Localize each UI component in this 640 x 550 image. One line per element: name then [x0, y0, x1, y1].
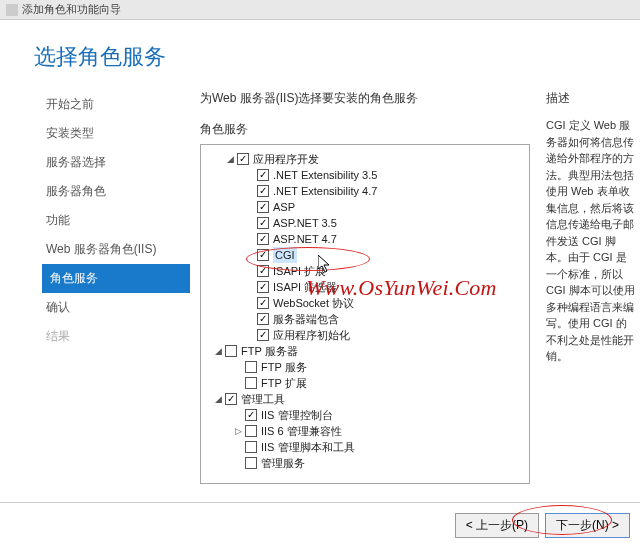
collapse-icon[interactable]: ◢	[213, 394, 223, 404]
tree-label[interactable]: ASP.NET 4.7	[273, 231, 337, 247]
expand-icon[interactable]: ▷	[233, 426, 243, 436]
desc-label: 描述	[546, 90, 636, 107]
tree-label[interactable]: FTP 服务器	[241, 343, 298, 359]
sidebar-item-role-services[interactable]: 角色服务	[42, 264, 190, 293]
checkbox-app-dev[interactable]	[237, 153, 249, 165]
checkbox-ftp-svc[interactable]	[245, 361, 257, 373]
sidebar-item-before[interactable]: 开始之前	[46, 90, 200, 119]
prev-button[interactable]: < 上一步(P)	[455, 513, 539, 538]
tree-label[interactable]: IIS 管理脚本和工具	[261, 439, 355, 455]
checkbox-iis-scripts[interactable]	[245, 441, 257, 453]
desc-body: CGI 定义 Web 服务器如何将信息传递给外部程序的方法。典型用法包括使用 W…	[546, 117, 636, 365]
tree-label[interactable]: IIS 管理控制台	[261, 407, 333, 423]
checkbox-net-ext-35[interactable]	[257, 169, 269, 181]
tree-label[interactable]: ASP	[273, 199, 295, 215]
wizard-footer: < 上一步(P) 下一步(N) >	[0, 502, 640, 550]
tree-label[interactable]: WebSocket 协议	[273, 295, 354, 311]
tree-label[interactable]: 管理服务	[261, 455, 305, 471]
checkbox-isapi-filt[interactable]	[257, 281, 269, 293]
tree-label[interactable]: 应用程序开发	[253, 151, 319, 167]
next-button[interactable]: 下一步(N) >	[545, 513, 630, 538]
checkbox-iis6-compat[interactable]	[245, 425, 257, 437]
tree-label[interactable]: FTP 扩展	[261, 375, 307, 391]
window-title: 添加角色和功能向导	[22, 2, 121, 17]
checkbox-ftp-ext[interactable]	[245, 377, 257, 389]
checkbox-iis-console[interactable]	[245, 409, 257, 421]
checkbox-mgmt-svc[interactable]	[245, 457, 257, 469]
collapse-icon[interactable]: ◢	[225, 154, 235, 164]
checkbox-isapi-ext[interactable]	[257, 265, 269, 277]
instruction-text: 为Web 服务器(IIS)选择要安装的角色服务	[200, 90, 530, 107]
tree-label[interactable]: .NET Extensibility 4.7	[273, 183, 377, 199]
sidebar-item-iis-role[interactable]: Web 服务器角色(IIS)	[46, 235, 200, 264]
page-title: 选择角色服务	[0, 20, 640, 90]
tree-label[interactable]: FTP 服务	[261, 359, 307, 375]
wizard-icon	[6, 4, 18, 16]
sidebar-item-server-roles[interactable]: 服务器角色	[46, 177, 200, 206]
sidebar-item-result: 结果	[46, 322, 200, 351]
checkbox-mgmt-tools[interactable]	[225, 393, 237, 405]
checkbox-cgi[interactable]	[257, 249, 269, 261]
sidebar-item-server-select[interactable]: 服务器选择	[46, 148, 200, 177]
checkbox-aspnet-47[interactable]	[257, 233, 269, 245]
tree-label[interactable]: IIS 6 管理兼容性	[261, 423, 342, 439]
checkbox-aspnet-35[interactable]	[257, 217, 269, 229]
checkbox-websocket[interactable]	[257, 297, 269, 309]
checkbox-app-init[interactable]	[257, 329, 269, 341]
tree-label[interactable]: ASP.NET 3.5	[273, 215, 337, 231]
tree-label[interactable]: ISAPI 筛选器	[273, 279, 337, 295]
wizard-sidebar: 开始之前 安装类型 服务器选择 服务器角色 功能 Web 服务器角色(IIS) …	[0, 90, 200, 502]
tree-label[interactable]: 管理工具	[241, 391, 285, 407]
checkbox-net-ext-47[interactable]	[257, 185, 269, 197]
tree-label[interactable]: 应用程序初始化	[273, 327, 350, 343]
role-services-tree[interactable]: ◢应用程序开发 .NET Extensibility 3.5 .NET Exte…	[200, 144, 530, 484]
titlebar: 添加角色和功能向导	[0, 0, 640, 20]
roles-label: 角色服务	[200, 121, 530, 138]
tree-label-cgi[interactable]: CGI	[273, 247, 297, 263]
tree-label[interactable]: .NET Extensibility 3.5	[273, 167, 377, 183]
sidebar-item-confirm[interactable]: 确认	[46, 293, 200, 322]
checkbox-ftp-server[interactable]	[225, 345, 237, 357]
tree-label[interactable]: 服务器端包含	[273, 311, 339, 327]
sidebar-item-install-type[interactable]: 安装类型	[46, 119, 200, 148]
checkbox-asp[interactable]	[257, 201, 269, 213]
checkbox-ssi[interactable]	[257, 313, 269, 325]
collapse-icon[interactable]: ◢	[213, 346, 223, 356]
tree-label[interactable]: ISAPI 扩展	[273, 263, 326, 279]
sidebar-item-features[interactable]: 功能	[46, 206, 200, 235]
